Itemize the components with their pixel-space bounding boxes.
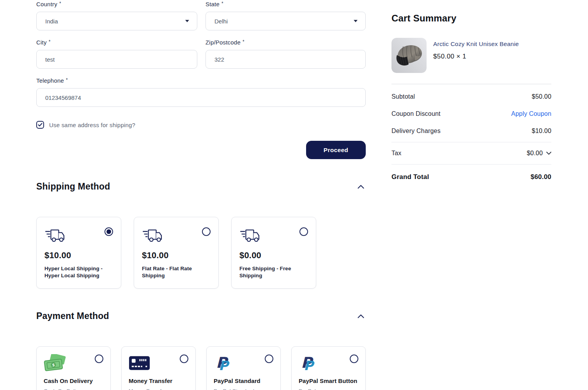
required-asterisk: *	[221, 1, 223, 6]
svg-text:P: P	[304, 358, 315, 372]
shipping-options: $10.00 Hyper Local Shipping - Hyper Loca…	[36, 217, 366, 289]
country-select[interactable]: India	[36, 12, 197, 30]
payment-subtitle: PayPal	[299, 388, 358, 390]
radio-unselected[interactable]	[180, 355, 188, 363]
paypal-icon: P P	[299, 355, 317, 372]
country-value: India	[45, 18, 58, 25]
same-address-row: Use same address for shipping?	[36, 121, 366, 129]
paypal-icon: P P	[214, 355, 232, 372]
product-info: Arctic Cozy Knit Unisex Beanie $50.00 × …	[433, 38, 519, 73]
payment-subtitle: PayPal Standard	[214, 388, 273, 390]
product-price-qty: $50.00 × 1	[433, 53, 519, 60]
checkout-page: Country* India State* Delhi City* Zip/Po…	[0, 0, 588, 390]
subtotal-row: Subtotal $50.00	[391, 88, 551, 105]
telephone-input[interactable]	[36, 88, 366, 107]
radio-unselected[interactable]	[202, 227, 211, 236]
tax-divider-bottom	[391, 164, 551, 165]
tax-value: $0.00	[527, 150, 543, 157]
shipping-label: Free Shipping - Free Shipping	[239, 265, 308, 279]
proceed-row: Proceed	[36, 141, 366, 159]
country-field: Country* India	[36, 1, 197, 30]
checkmark-icon	[38, 123, 43, 127]
city-label: City*	[36, 39, 197, 46]
payment-title: PayPal Standard	[214, 378, 273, 384]
apply-coupon-link[interactable]: Apply Coupon	[511, 110, 551, 117]
radio-unselected[interactable]	[350, 355, 358, 363]
summary-divider	[391, 84, 551, 84]
subtotal-label: Subtotal	[391, 93, 415, 100]
payment-subtitle: Cash On Delivery	[44, 388, 103, 390]
cart-product-row: Arctic Cozy Knit Unisex Beanie $50.00 × …	[391, 38, 551, 73]
radio-unselected[interactable]	[265, 355, 273, 363]
grand-total-label: Grand Total	[391, 173, 429, 181]
cart-summary-title: Cart Summary	[391, 13, 551, 24]
telephone-label: Telephone*	[36, 77, 366, 84]
payment-subtitle: Money Transfer	[129, 388, 188, 390]
shipping-price: $0.00	[239, 250, 308, 261]
caret-down-icon	[354, 20, 358, 22]
shipping-option-hyper-local[interactable]: $10.00 Hyper Local Shipping - Hyper Loca…	[36, 217, 121, 289]
product-image-beanie	[391, 38, 427, 73]
tax-divider-top	[391, 142, 551, 142]
chevron-up-icon	[358, 314, 364, 318]
payment-collapse-button[interactable]	[356, 313, 366, 320]
country-label: Country*	[36, 1, 197, 7]
shipping-price: $10.00	[44, 250, 113, 261]
payment-option-money-transfer[interactable]: Money Transfer Money Transfer	[121, 346, 196, 390]
telephone-field: Telephone*	[36, 77, 366, 107]
required-asterisk: *	[243, 39, 244, 44]
shipping-collapse-button[interactable]	[356, 183, 366, 190]
tax-row: Tax $0.00	[391, 145, 551, 162]
zip-label: Zip/Postcode*	[205, 39, 366, 46]
zip-input[interactable]	[205, 50, 366, 69]
shipping-option-flat-rate[interactable]: $10.00 Flat Rate - Flat Rate Shipping	[134, 217, 219, 289]
chevron-up-icon	[358, 185, 364, 189]
payment-method-header: Payment Method	[36, 311, 366, 321]
subtotal-value: $50.00	[532, 93, 551, 100]
checkout-form-column: Country* India State* Delhi City* Zip/Po…	[36, 0, 366, 390]
truck-icon	[239, 227, 260, 244]
delivery-charges-row: Delivery Charges $10.00	[391, 122, 551, 140]
state-field: State* Delhi	[205, 1, 366, 30]
svg-text:$: $	[52, 363, 55, 367]
payment-option-cash-on-delivery[interactable]: $ Cash On Delivery Cash On Delivery	[36, 346, 111, 390]
state-value: Delhi	[214, 18, 228, 25]
required-asterisk: *	[49, 39, 51, 44]
summary-rows: Subtotal $50.00 Coupon Discount Apply Co…	[391, 88, 551, 186]
shipping-label: Flat Rate - Flat Rate Shipping	[142, 265, 211, 279]
tax-expander[interactable]: $0.00	[527, 150, 551, 157]
payment-option-paypal-smart-button[interactable]: P P PayPal Smart Button PayPal	[291, 346, 366, 390]
cart-summary-panel: Cart Summary	[391, 0, 551, 390]
payment-option-paypal-standard[interactable]: P P PayPal Standard PayPal Standard	[206, 346, 281, 390]
grand-total-value: $60.00	[531, 173, 551, 181]
state-label: State*	[205, 1, 366, 7]
radio-unselected[interactable]	[299, 227, 308, 236]
payment-title: Cash On Delivery	[44, 378, 103, 384]
state-select[interactable]: Delhi	[205, 12, 366, 30]
radio-unselected[interactable]	[95, 355, 103, 363]
truck-icon	[142, 227, 163, 244]
radio-selected[interactable]	[104, 227, 113, 236]
shipping-price: $10.00	[142, 250, 211, 261]
payment-title: PayPal Smart Button	[299, 378, 358, 384]
product-name-link[interactable]: Arctic Cozy Knit Unisex Beanie	[433, 41, 519, 48]
payment-options: $ Cash On Delivery Cash On Delivery	[36, 346, 366, 390]
proceed-button[interactable]: Proceed	[306, 141, 366, 159]
card-top: P P	[214, 355, 273, 372]
chevron-down-icon	[546, 152, 551, 155]
city-input[interactable]	[36, 50, 197, 69]
same-address-checkbox[interactable]	[36, 121, 44, 129]
shipping-option-free-shipping[interactable]: $0.00 Free Shipping - Free Shipping	[231, 217, 316, 289]
same-address-label: Use same address for shipping?	[49, 122, 135, 128]
shipping-label: Hyper Local Shipping - Hyper Local Shipp…	[44, 265, 113, 279]
delivery-charges-label: Delivery Charges	[391, 128, 441, 135]
payment-method-title: Payment Method	[36, 311, 109, 321]
credit-card-icon	[129, 355, 150, 372]
zip-field: Zip/Postcode*	[205, 39, 366, 69]
shipping-method-header: Shipping Method	[36, 181, 366, 192]
cash-icon: $	[44, 355, 66, 372]
grand-total-row: Grand Total $60.00	[391, 167, 551, 186]
tax-label: Tax	[391, 150, 402, 157]
card-top	[44, 227, 113, 244]
delivery-charges-value: $10.00	[532, 128, 551, 135]
